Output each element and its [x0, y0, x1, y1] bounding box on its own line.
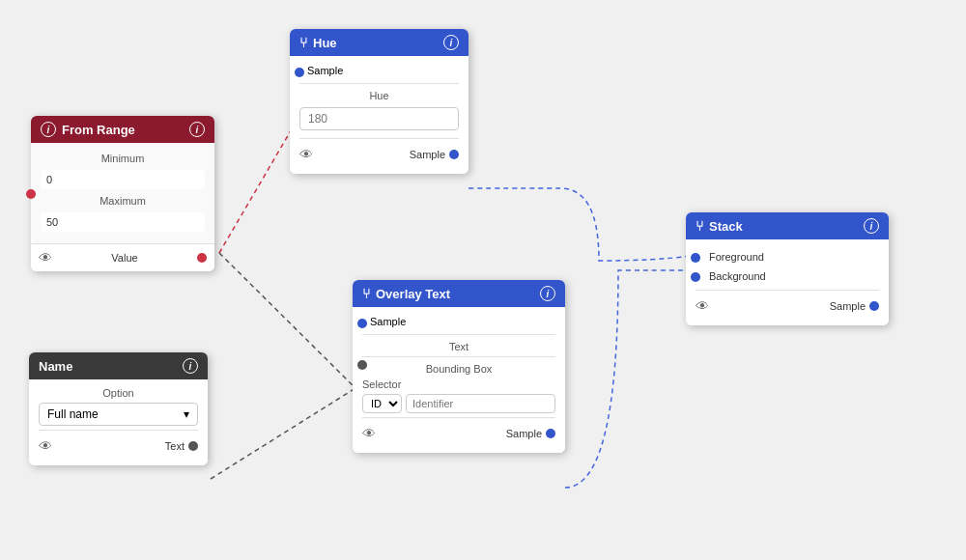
- overlay-header: ⑂ Overlay Text i: [353, 280, 565, 307]
- hue-sample-row: Sample: [299, 64, 459, 77]
- value-port[interactable]: [197, 253, 207, 263]
- hue-eye-icon[interactable]: 👁: [299, 147, 313, 162]
- background-label: Background: [709, 270, 766, 282]
- hue-sample-out-port[interactable]: [449, 150, 459, 159]
- hue-footer: 👁 Sample: [299, 143, 459, 166]
- hue-sample-in-port[interactable]: [295, 68, 304, 77]
- stack-fork-icon: ⑂: [696, 218, 703, 234]
- name-text-out-port[interactable]: [188, 441, 198, 451]
- background-row: Background: [696, 266, 879, 286]
- hue-fork-icon: ⑂: [299, 35, 307, 50]
- hue-title: Hue: [313, 36, 337, 50]
- bounding-box-label: Bounding Box: [362, 363, 555, 375]
- from-range-node: i From Range i Minimum 0 Maximum 50 👁 Va…: [31, 116, 214, 271]
- value-label: Value: [111, 252, 137, 264]
- overlay-title: Overlay Text: [376, 287, 450, 301]
- svg-line-2: [211, 388, 355, 479]
- overlay-sample-out-port[interactable]: [546, 429, 555, 438]
- from-range-eye-icon[interactable]: 👁: [39, 250, 52, 266]
- overlay-eye-icon[interactable]: 👁: [362, 426, 376, 441]
- option-label: Option: [39, 387, 198, 399]
- stack-title: Stack: [709, 219, 743, 234]
- background-port[interactable]: [691, 272, 700, 282]
- overlay-footer: 👁 Sample: [362, 422, 555, 445]
- identifier-input[interactable]: [406, 394, 555, 413]
- overlay-text-node: ⑂ Overlay Text i Sample Text Bounding Bo…: [353, 280, 565, 453]
- chevron-icon: ▾: [184, 407, 189, 421]
- name-title: Name: [39, 359, 72, 374]
- hue-sample-in-label: Sample: [307, 65, 343, 76]
- stack-footer: 👁 Sample: [696, 294, 879, 318]
- svg-line-1: [219, 253, 355, 388]
- stack-body: Foreground Background 👁 Sample: [686, 239, 889, 325]
- name-body: Option Full name ▾ 👁 Text: [29, 379, 208, 465]
- overlay-text-label: Text: [362, 341, 555, 352]
- stack-header: ⑂ Stack i: [686, 212, 889, 239]
- stack-node: ⑂ Stack i Foreground Background 👁 Sample: [686, 212, 889, 325]
- overlay-sample-in-port[interactable]: [357, 319, 367, 328]
- hue-field-label: Hue: [299, 90, 459, 101]
- stack-sample-out-port[interactable]: [869, 301, 879, 311]
- foreground-label: Foreground: [709, 251, 764, 263]
- overlay-info-btn[interactable]: i: [540, 286, 555, 301]
- overlay-sample-in-label: Sample: [370, 316, 406, 327]
- from-range-footer: 👁 Value: [31, 243, 214, 271]
- overlay-body: Sample Text Bounding Box Selector ID 👁 S…: [353, 307, 565, 453]
- svg-line-0: [219, 127, 293, 253]
- minimum-value: 0: [46, 174, 52, 185]
- minimum-label: Minimum: [41, 151, 205, 166]
- selector-type-select[interactable]: ID: [362, 394, 402, 413]
- maximum-value: 50: [46, 216, 58, 228]
- name-eye-icon[interactable]: 👁: [39, 438, 52, 454]
- maximum-value-row: 50: [41, 212, 205, 232]
- name-text-out-label: Text: [165, 440, 185, 452]
- stack-sample-out-label: Sample: [830, 300, 866, 312]
- stack-info-btn[interactable]: i: [864, 218, 879, 234]
- minimum-value-row: 0: [41, 170, 205, 189]
- name-footer: 👁 Text: [39, 434, 198, 458]
- hue-info-btn[interactable]: i: [443, 35, 459, 50]
- hue-body: Sample Hue 👁 Sample: [290, 56, 469, 174]
- overlay-fork-icon: ⑂: [362, 286, 370, 301]
- minimum-port[interactable]: [26, 189, 36, 199]
- name-select-value: Full name: [47, 407, 180, 421]
- name-info-btn[interactable]: i: [183, 358, 198, 374]
- name-node: Name i Option Full name ▾ 👁 Text: [29, 352, 208, 465]
- from-range-info-btn[interactable]: i: [189, 122, 205, 137]
- overlay-sample-out-label: Sample: [506, 428, 542, 439]
- from-range-body: Minimum 0 Maximum 50: [31, 143, 214, 243]
- selector-row: Selector: [362, 378, 555, 390]
- foreground-row: Foreground: [696, 247, 879, 266]
- maximum-label: Maximum: [41, 193, 205, 209]
- stack-eye-icon[interactable]: 👁: [696, 298, 709, 314]
- overlay-text-in-port[interactable]: [357, 360, 367, 370]
- hue-input[interactable]: [299, 107, 459, 130]
- from-range-info-icon[interactable]: i: [41, 122, 56, 137]
- selector-input-row: ID: [362, 394, 555, 413]
- from-range-header: i From Range i: [31, 116, 214, 143]
- hue-header: ⑂ Hue i: [290, 29, 469, 56]
- hue-sample-out-label: Sample: [410, 149, 445, 160]
- overlay-sample-row: Sample: [362, 315, 555, 328]
- name-select-row: Full name ▾: [39, 403, 198, 426]
- selector-label: Selector: [362, 378, 401, 390]
- foreground-port[interactable]: [691, 253, 700, 263]
- hue-node: ⑂ Hue i Sample Hue 👁 Sample: [290, 29, 469, 174]
- from-range-title: From Range: [62, 123, 135, 137]
- name-header: Name i: [29, 352, 208, 379]
